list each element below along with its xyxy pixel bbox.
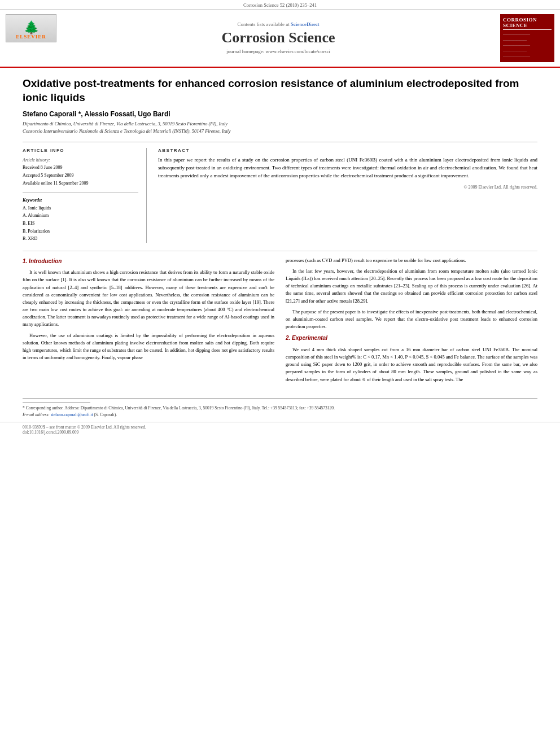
article-info-column: ARTICLE INFO Article history: Received 8… [23, 148, 147, 243]
keywords-label: Keywords: [23, 196, 138, 204]
keyword-4: B. Polarization [23, 228, 138, 235]
footnote-area: * Corresponding author. Address: Diparti… [23, 398, 537, 418]
intro-para-right-3: The purpose of the present paper is to i… [286, 308, 537, 331]
main-content: Oxidative post-treatments for enhanced c… [0, 68, 560, 392]
doi-text: doi:10.1016/j.corsci.2009.09.009 [23, 430, 537, 435]
affiliations: Dipartimento di Chimica, Università di F… [23, 120, 537, 135]
affiliation-1: Dipartimento di Chimica, Università di F… [23, 120, 537, 128]
affiliation-2: Consorzio Interuniversitario Nazionale d… [23, 128, 537, 135]
body-col-left: 1. Introduction It is well known that al… [23, 257, 274, 387]
footnote-star-line [23, 402, 90, 403]
keyword-1: A. Ionic liquids [23, 204, 138, 212]
intro-para-right-1: processes (such as CVD and PVD) result t… [286, 257, 537, 264]
sciencedirect-prefix: Contents lists available at [238, 21, 290, 27]
tree-icon: 🌲 [24, 21, 39, 34]
article-title: Oxidative post-treatments for enhanced c… [23, 77, 537, 104]
abstract-text: In this paper we report the results of a… [158, 156, 537, 180]
abstract-label: ABSTRACT [158, 148, 537, 153]
body-section: 1. Introduction It is well known that al… [23, 251, 537, 387]
available-date: Available online 11 September 2009 [23, 180, 138, 187]
keyword-2: A. Aluminium [23, 212, 138, 220]
authors-text: Stefano Caporali *, Alessio Fossati, Ugo… [23, 110, 170, 118]
keywords-section: Keywords: A. Ionic liquids A. Aluminium … [23, 193, 138, 243]
journal-header: 🌲 ELSEVIER Contents lists available at S… [0, 10, 560, 68]
intro-heading: 1. Introduction [23, 257, 274, 266]
intro-para-right-2: In the last few years, however, the elec… [286, 268, 537, 305]
body-col-right: processes (such as CVD and PVD) result t… [286, 257, 537, 387]
keyword-3: B. EIS [23, 220, 138, 228]
article-history: Article history: Received 8 June 2009 Ac… [23, 156, 138, 187]
email-address: E-mail address: stefano.caporali@unifi.i… [23, 412, 537, 418]
email-label: E-mail address: [23, 412, 51, 417]
email-value: stefano.caporali@unifi.it [51, 412, 93, 417]
intro-para-2: However, the use of aluminium coatings i… [23, 332, 274, 362]
article-info-label: ARTICLE INFO [23, 148, 138, 153]
journal-info-center: Contents lists available at ScienceDirec… [62, 14, 495, 62]
bottom-bar: 0010-938X/$ – see front matter © 2009 El… [0, 422, 560, 437]
history-label: Article history: [23, 156, 138, 164]
email-suffix: (S. Caporali). [94, 412, 117, 417]
experimental-para-1: We used 4 mm thick disk shaped samples c… [286, 346, 537, 383]
sciencedirect-link-area: Contents lists available at ScienceDirec… [238, 21, 320, 27]
journal-ref-text: Corrosion Science 52 (2010) 235–241 [243, 2, 317, 8]
keyword-5: B. XRD [23, 235, 138, 243]
article-info-abstract: ARTICLE INFO Article history: Received 8… [23, 142, 537, 243]
cs-logo-title: CORROSIONSCIENCE [503, 17, 552, 30]
received-date: Received 8 June 2009 [23, 164, 138, 172]
sciencedirect-link[interactable]: ScienceDirect [291, 21, 319, 27]
authors: Stefano Caporali *, Alessio Fossati, Ugo… [23, 110, 537, 118]
body-two-columns: 1. Introduction It is well known that al… [23, 257, 537, 387]
journal-homepage: journal homepage: www.elsevier.com/locat… [226, 49, 330, 54]
journal-reference: Corrosion Science 52 (2010) 235–241 [0, 0, 560, 10]
issn-text: 0010-938X/$ – see front matter © 2009 El… [23, 425, 537, 430]
elsevier-logo: 🌲 ELSEVIER [6, 14, 56, 42]
experimental-heading: 2. Experimental [286, 334, 537, 343]
corrosion-science-logo: CORROSIONSCIENCE ———————— ——————— ——————… [500, 14, 554, 62]
accepted-date: Accepted 5 September 2009 [23, 172, 138, 180]
intro-para-1: It is well known that aluminium shows a … [23, 269, 274, 328]
copyright-note: © 2009 Elsevier Ltd. All rights reserved… [158, 185, 537, 190]
journal-title: Corrosion Science [222, 29, 335, 46]
abstract-column: ABSTRACT In this paper we report the res… [158, 148, 537, 243]
corresponding-author: * Corresponding author. Address: Diparti… [23, 405, 537, 412]
elsevier-text: ELSEVIER [16, 34, 46, 40]
cs-logo-lines: ———————— ——————— ———————— ——————— ——————… [503, 32, 530, 59]
